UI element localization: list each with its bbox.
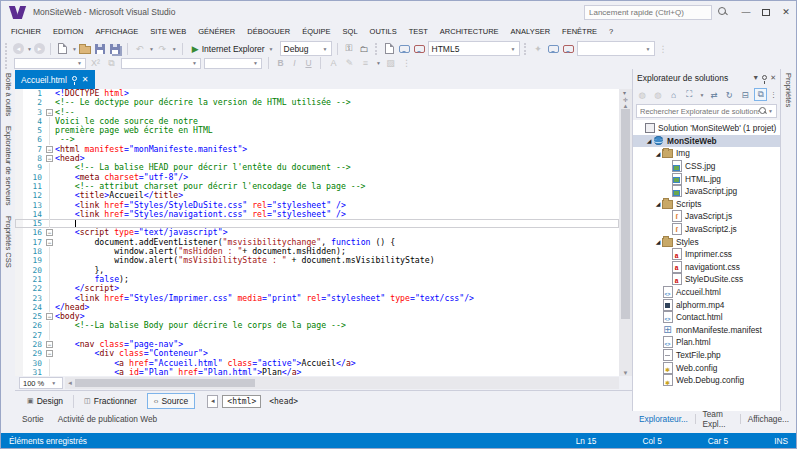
scroll-down-icon[interactable]: ▼: [623, 370, 629, 376]
maximize-button[interactable]: [756, 3, 776, 21]
undo-dropdown-icon[interactable]: ▼: [149, 46, 154, 52]
editor-horizontal-scrollbar[interactable]: ◄: [65, 377, 619, 389]
menu-fichier[interactable]: FICHIER: [5, 25, 47, 38]
menu-quipe[interactable]: ÉQUIPE: [296, 25, 336, 38]
close-tab-icon[interactable]: ✕: [82, 75, 89, 84]
collapse-box-icon[interactable]: −: [46, 341, 53, 348]
pin-icon[interactable]: [762, 75, 767, 80]
tag-navigator-back-icon[interactable]: ◂: [207, 395, 218, 408]
scroll-left-icon[interactable]: ◄: [67, 380, 73, 386]
panel-tab-team-explorer[interactable]: Team Expl...: [696, 409, 740, 429]
toolbar-grip[interactable]: [5, 57, 9, 69]
menu-[interactable]: ?: [603, 25, 619, 38]
collapse-box-icon[interactable]: −: [46, 146, 53, 153]
tree-item-web-debug-config[interactable]: Web.Debug.config: [633, 374, 780, 387]
forward-icon[interactable]: ◍: [652, 88, 665, 101]
open-file-icon[interactable]: [79, 42, 92, 55]
bold-icon[interactable]: B: [275, 58, 286, 68]
splitter-handle[interactable]: ▾✛: [623, 89, 628, 103]
save-all-icon[interactable]: [109, 42, 122, 55]
sidebar-tab-server-explorer[interactable]: Explorateur de serveurs: [4, 126, 13, 206]
close-panel-icon[interactable]: ✕: [770, 74, 776, 82]
sidebar-tab-toolbox[interactable]: Boîte à outils: [4, 73, 13, 116]
toolbar-grip[interactable]: [524, 43, 528, 55]
tree-item-css-jpg[interactable]: CSS.jpg: [633, 160, 780, 173]
sidebar-tab-css-properties[interactable]: Propriétés CSS: [4, 216, 13, 268]
breadcrumb-head-tag[interactable]: <head>: [265, 396, 302, 407]
toolbar-grip[interactable]: [5, 43, 9, 55]
doctype-dropdown[interactable]: HTML5 ▼: [428, 41, 520, 56]
tree-item-textfile-php[interactable]: TextFile.php: [633, 349, 780, 362]
expander-icon[interactable]: ◢: [654, 200, 662, 207]
pen-icon[interactable]: ✎: [343, 57, 356, 70]
tree-item-solution-monsiteweb-1-projet[interactable]: Solution 'MonSiteWeb' (1 projet): [633, 122, 780, 135]
code-editor[interactable]: 1<!DOCTYPE html>2<!-- Le doctype pour dé…: [15, 89, 619, 376]
uncomment-page-icon[interactable]: [562, 42, 575, 55]
close-button[interactable]: ✕: [776, 3, 796, 21]
tree-item-plan-html[interactable]: Plan.html: [633, 336, 780, 349]
menu-g-n-rer[interactable]: GÉNÉRER: [192, 25, 241, 38]
tree-item-contact-html[interactable]: Contact.html: [633, 311, 780, 324]
block-format-dropdown[interactable]: ▼: [14, 58, 86, 69]
menu-analyser[interactable]: ANALYSER: [505, 25, 556, 38]
quick-launch-input[interactable]: [584, 5, 712, 20]
highlight-icon[interactable]: ▨: [384, 57, 397, 70]
expander-icon[interactable]: ◢: [654, 150, 662, 157]
navigate-back-dropdown-icon[interactable]: ▼: [27, 46, 32, 52]
toolbar-grip[interactable]: [375, 43, 379, 55]
menu-edition[interactable]: EDITION: [47, 25, 89, 38]
tree-item-accueil-html[interactable]: Accueil.html: [633, 286, 780, 299]
tree-item-javascript-js[interactable]: JavaScript.js: [633, 210, 780, 223]
start-debug-button[interactable]: ▶ Internet Explorer ▼: [188, 43, 278, 55]
tab-accueil-html[interactable]: Accueil.html ✕: [15, 70, 95, 89]
collapse-box-icon[interactable]: −: [46, 155, 53, 162]
hyperlink-icon[interactable]: X²: [89, 57, 102, 70]
tree-item-scripts[interactable]: ◢Scripts: [633, 198, 780, 211]
package-icon[interactable]: 🗀: [358, 42, 371, 55]
new-file-icon[interactable]: [56, 42, 69, 55]
solution-search-box[interactable]: ▼: [636, 104, 777, 118]
navigate-back-icon[interactable]: ◂: [13, 43, 24, 54]
sidebar-tab-properties[interactable]: Propriétés: [784, 73, 793, 411]
tree-item-styles[interactable]: ◢Styles: [633, 235, 780, 248]
scope-icon[interactable]: ⛶: [683, 88, 696, 101]
collapse-box-icon[interactable]: −: [46, 229, 53, 236]
tree-item-javascript-jpg[interactable]: JavaScript.jpg: [633, 185, 780, 198]
format-document-icon[interactable]: [383, 42, 396, 55]
panel-tab-solution-explorer[interactable]: Explorateur...: [632, 414, 695, 424]
run-target-dropdown-icon[interactable]: ▼: [269, 46, 274, 52]
attach-process-icon[interactable]: ⚿: [343, 42, 356, 55]
tree-item-styledusite-css[interactable]: StyleDuSite.css: [633, 273, 780, 286]
align-dropdown-icon[interactable]: ▼: [376, 60, 381, 66]
solution-config-dropdown[interactable]: Debug ▼: [280, 41, 332, 56]
collapse-box-icon[interactable]: −: [46, 239, 53, 246]
scrollbar-thumb[interactable]: [75, 379, 255, 387]
tree-item-navigationt-css[interactable]: navigationt.css: [633, 261, 780, 274]
target-schema-dropdown[interactable]: ▼: [577, 41, 655, 56]
back-icon[interactable]: ◍: [636, 88, 649, 101]
menu-architecture[interactable]: ARCHITECTURE: [434, 25, 505, 38]
tree-item-monmanifeste-manifest[interactable]: monManifeste.manifest: [633, 324, 780, 337]
link-icon[interactable]: ⧉: [105, 57, 118, 70]
tree-item-monsiteweb[interactable]: ◢MonSiteWeb: [633, 135, 780, 148]
collapse-box-icon[interactable]: −: [46, 109, 53, 116]
tree-item-javascript2-js[interactable]: JavaScript2.js: [633, 223, 780, 236]
panel-tab-class-view[interactable]: Affichage...: [741, 414, 796, 424]
new-comment-icon[interactable]: [398, 42, 411, 55]
format-selection-icon[interactable]: ✦: [532, 42, 545, 55]
source-view-button[interactable]: ‹› Source: [147, 393, 196, 409]
undo-icon[interactable]: ↶: [133, 42, 146, 55]
design-view-button[interactable]: ▣ Design: [21, 394, 69, 408]
breadcrumb-html-tag[interactable]: <html>: [222, 395, 261, 408]
underline-icon[interactable]: U: [303, 58, 314, 68]
expander-icon[interactable]: ◢: [654, 238, 662, 245]
menu-outils[interactable]: OUTILS: [364, 25, 403, 38]
comment-page-icon[interactable]: [547, 42, 560, 55]
font-color-icon[interactable]: A: [327, 57, 340, 70]
search-dropdown-icon[interactable]: ▼: [768, 108, 773, 114]
align-icon[interactable]: ≡: [359, 57, 372, 70]
collapse-box-icon[interactable]: −: [46, 350, 53, 357]
search-icon[interactable]: [718, 7, 728, 17]
tree-item-web-config[interactable]: Web.config: [633, 361, 780, 374]
font-name-dropdown[interactable]: ▼: [121, 58, 201, 69]
